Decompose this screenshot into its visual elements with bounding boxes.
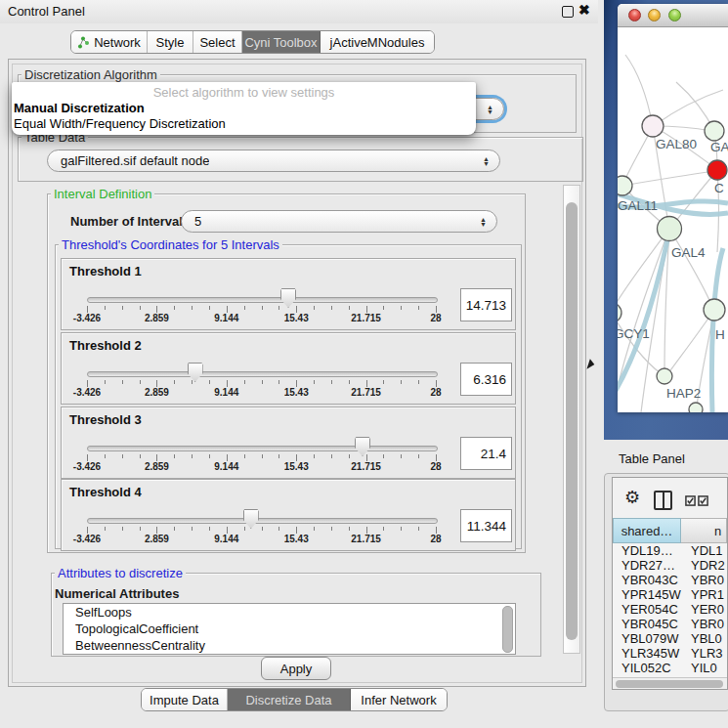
threshold-value-field[interactable]: 21.4 <box>460 437 512 470</box>
tab-network[interactable]: Network <box>71 31 148 53</box>
slider-major-tick <box>436 527 437 534</box>
table-settings-gear-icon[interactable]: ⚙ <box>624 487 640 508</box>
slider-tick-label: -3.426 <box>63 534 111 544</box>
slider-thumb[interactable] <box>355 437 370 456</box>
cell-name[interactable]: YDR2 <box>681 558 727 573</box>
cell-shared-name[interactable]: YDL19… <box>613 543 681 558</box>
table-body: YDL19…YDL1YDR27…YDR2YBR043CYBR0YPR145WYP… <box>613 543 727 675</box>
slider-thumb[interactable] <box>280 288 296 308</box>
network-window-titlebar[interactable] <box>618 4 728 27</box>
cyni-panel-scrollbar[interactable] <box>563 185 580 654</box>
slider-minor-tick <box>418 454 419 458</box>
threshold-value-field[interactable]: 6.316 <box>460 363 512 396</box>
table-row[interactable]: YER054CYER0 <box>613 602 727 617</box>
tab-infer-network[interactable]: Infer Network <box>351 689 447 710</box>
select-all-checkbox-icon[interactable] <box>685 495 696 506</box>
attribute-item[interactable]: TopologicalCoefficient <box>64 621 515 637</box>
slider-thumb[interactable] <box>188 363 203 382</box>
cell-shared-name[interactable]: YDR27… <box>613 558 681 573</box>
cell-name[interactable]: YBR0 <box>681 617 727 631</box>
cell-shared-name[interactable]: YPR145W <box>613 587 681 602</box>
slider-tick-label: 9.144 <box>202 387 251 398</box>
slider-minor-tick <box>278 380 279 384</box>
apply-button[interactable]: Apply <box>261 657 331 680</box>
cell-name[interactable]: YER0 <box>681 602 727 617</box>
table-row[interactable]: YBR043CYBR0 <box>613 573 727 587</box>
cell-name[interactable]: YIL0 <box>681 661 727 675</box>
column-header-name[interactable]: n <box>681 518 727 543</box>
unselect-all-checkbox-icon[interactable] <box>698 495 708 506</box>
numerical-attributes-list[interactable]: SelfLoopsTopologicalCoefficientBetweenne… <box>63 603 516 655</box>
node-gcy1[interactable] <box>618 303 621 322</box>
discretization-algorithm-group-title: Discretization Algorithm <box>21 67 160 82</box>
node-bottom[interactable] <box>689 403 703 412</box>
threshold-value-field[interactable]: 14.713 <box>460 288 512 321</box>
slider-tick-label: 15.43 <box>272 387 321 398</box>
slider-track[interactable] <box>87 371 438 377</box>
dropdown-option-equal-width[interactable]: Equal Width/Frequency Discretization <box>14 116 226 131</box>
table-data-combobox[interactable]: galFiltered.sif default node ▲▼ <box>47 150 500 172</box>
tab-cyni-toolbox[interactable]: Cyni Toolbox <box>242 31 321 53</box>
table-row[interactable]: YPR145WYPR1 <box>613 587 727 602</box>
cell-shared-name[interactable]: YBL079W <box>613 631 681 646</box>
cell-name[interactable]: YBR0 <box>681 573 727 587</box>
table-horizontal-scrollbar-thumb[interactable] <box>616 680 723 688</box>
float-panel-icon[interactable] <box>562 6 574 18</box>
node-red[interactable] <box>707 160 727 180</box>
cell-shared-name[interactable]: YLR345W <box>613 646 681 661</box>
slider-minor-tick <box>418 306 419 310</box>
slider-tick-label: 28 <box>411 387 460 398</box>
cell-shared-name[interactable]: YIL052C <box>613 661 681 675</box>
slider-minor-tick <box>401 527 402 531</box>
column-header-shared-name[interactable]: shared… <box>613 518 681 543</box>
slider-major-tick <box>87 454 88 461</box>
network-canvas[interactable]: GAL80GACGAL11GAL4GCY1HHAP2 <box>618 27 728 412</box>
threshold-label: Threshold 4 <box>69 485 142 499</box>
node-right-h[interactable] <box>704 299 725 321</box>
zoom-window-icon[interactable] <box>668 9 681 21</box>
number-of-intervals-combobox[interactable]: 5 ▲▼ <box>181 210 497 233</box>
slider-thumb[interactable] <box>243 509 259 529</box>
cell-name[interactable]: YPR1 <box>681 587 727 602</box>
node-top-right[interactable] <box>705 121 724 141</box>
slider-minor-tick <box>209 527 210 531</box>
slider-track[interactable] <box>87 297 438 303</box>
node-gal11[interactable] <box>618 176 632 195</box>
close-panel-icon[interactable]: ✖ <box>578 2 590 18</box>
table-row[interactable]: YBL079WYBL0 <box>613 631 727 646</box>
cell-name[interactable]: YBL0 <box>681 631 727 646</box>
node-gal4[interactable] <box>658 217 682 241</box>
cell-shared-name[interactable]: YBR043C <box>613 573 681 587</box>
slider-track[interactable] <box>87 518 438 524</box>
node-gal80[interactable] <box>642 115 664 137</box>
tab-impute-data[interactable]: Impute Data <box>142 689 228 710</box>
close-window-icon[interactable] <box>628 9 641 21</box>
slider-major-tick <box>87 306 88 313</box>
attributes-list-scrollbar[interactable] <box>502 606 513 653</box>
show-columns-icon[interactable] <box>654 491 672 510</box>
cell-name[interactable]: YLR3 <box>681 646 727 661</box>
dropdown-option-manual[interactable]: Manual Discretization <box>14 101 145 115</box>
attribute-item[interactable]: SelfLoops <box>64 604 515 621</box>
table-row[interactable]: YDR27…YDR2 <box>613 558 727 573</box>
slider-major-tick <box>156 527 157 534</box>
cell-shared-name[interactable]: YBR045C <box>613 617 681 631</box>
slider-track[interactable] <box>87 446 438 451</box>
tab-select[interactable]: Select <box>193 31 242 53</box>
table-row[interactable]: YBR045CYBR0 <box>613 617 727 631</box>
table-row[interactable]: YLR345WYLR3 <box>613 646 727 661</box>
node-hap2[interactable] <box>657 368 672 384</box>
table-row[interactable]: YDL19…YDL1 <box>613 543 727 558</box>
attribute-item[interactable]: BetweennessCentrality <box>64 637 515 654</box>
threshold-value-field[interactable]: 11.344 <box>460 509 512 542</box>
minimize-window-icon[interactable] <box>648 9 661 21</box>
tab-jactivemnodules[interactable]: jActiveMNodules <box>321 31 434 53</box>
table-horizontal-scrollbar[interactable] <box>613 677 727 690</box>
tab-discretize-data[interactable]: Discretize Data <box>228 689 351 710</box>
tab-style[interactable]: Style <box>148 31 193 53</box>
cyni-panel-scrollbar-thumb[interactable] <box>566 202 578 640</box>
slider-minor-tick <box>140 380 141 384</box>
cell-name[interactable]: YDL1 <box>681 543 727 558</box>
table-row[interactable]: YIL052CYIL0 <box>613 661 727 675</box>
cell-shared-name[interactable]: YER054C <box>613 602 681 617</box>
